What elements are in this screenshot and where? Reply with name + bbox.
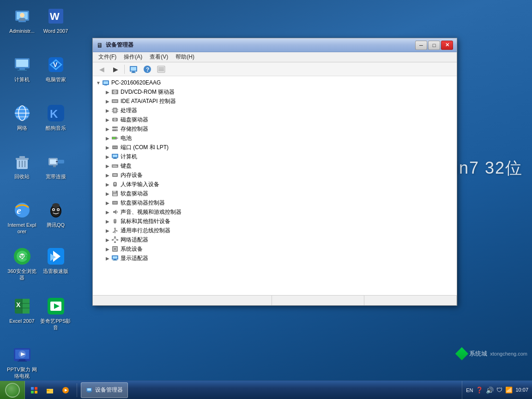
network-label: 网络 bbox=[17, 125, 27, 131]
close-button[interactable]: ✕ bbox=[441, 41, 453, 50]
menu-file[interactable]: 文件(F) bbox=[95, 52, 120, 62]
menu-action[interactable]: 操作(A) bbox=[120, 52, 146, 62]
toolbar-forward[interactable]: ▶ bbox=[109, 64, 121, 75]
toolbar-computer[interactable] bbox=[127, 64, 139, 75]
tree-battery[interactable]: ▶ 电池 bbox=[93, 133, 457, 143]
tree-cpu[interactable]: ▶ 处理器 bbox=[93, 106, 457, 115]
toolbar-list[interactable] bbox=[155, 64, 167, 75]
ie-label: Internet Explorer bbox=[6, 222, 37, 235]
minimize-button[interactable]: ─ bbox=[415, 41, 427, 50]
desktop-icon-network[interactable]: 网络 bbox=[5, 102, 39, 133]
desktop-icon-kugou[interactable]: K 酷狗音乐 bbox=[38, 102, 73, 133]
desktop-icon-computer[interactable]: 计算机 bbox=[5, 53, 39, 85]
tree-computer[interactable]: ▶ 计算机 bbox=[93, 152, 457, 161]
network-icon bbox=[12, 103, 32, 123]
desktop-icon-qq[interactable]: 腾讯QQ bbox=[38, 199, 73, 230]
quick-launch-windows[interactable] bbox=[27, 382, 42, 398]
quick-launch-explorer[interactable] bbox=[42, 382, 57, 398]
tree-icon-floppy-ctrl bbox=[111, 199, 119, 206]
tree-mouse[interactable]: ▶ 鼠标和其他指针设备 bbox=[93, 217, 457, 226]
maximize-button[interactable]: □ bbox=[428, 41, 440, 50]
svg-rect-65 bbox=[131, 67, 136, 71]
tree-label-display: 显示适配器 bbox=[121, 254, 148, 262]
tray-network-icon2[interactable]: 📶 bbox=[505, 387, 513, 393]
window-titlebar: 🖥 设备管理器 ─ □ ✕ bbox=[93, 38, 457, 52]
taskbar-item-devmgr[interactable]: 设备管理器 bbox=[81, 382, 128, 398]
tree-expander-battery: ▶ bbox=[104, 134, 111, 142]
tree-floppy[interactable]: ▶ 软盘驱动器 bbox=[93, 189, 457, 198]
tree-dvd[interactable]: ▶ DVD/CD-ROM 驱动器 bbox=[93, 87, 457, 97]
svg-rect-32 bbox=[53, 165, 56, 167]
tree-icon-computer bbox=[111, 153, 119, 160]
desktop-icon-broadband[interactable]: 宽带连接 bbox=[38, 150, 73, 181]
tray-lang[interactable]: EN bbox=[466, 387, 473, 393]
svg-text:X: X bbox=[16, 301, 21, 308]
tree-expander-floppy-ctrl: ▶ bbox=[104, 199, 111, 206]
tree-icon-battery bbox=[111, 134, 119, 142]
broadband-icon bbox=[46, 152, 66, 171]
brand-diamond bbox=[455, 347, 468, 360]
svg-point-136 bbox=[116, 230, 118, 232]
menu-help[interactable]: 帮助(H) bbox=[172, 52, 198, 62]
tree-icon-keyboard bbox=[111, 162, 119, 169]
svg-rect-163 bbox=[87, 388, 91, 391]
start-button[interactable] bbox=[0, 381, 25, 399]
tree-memory[interactable]: ▶ 内存设备 bbox=[93, 170, 457, 180]
desktop-icon-word2007[interactable]: W Word 2007 bbox=[38, 5, 73, 36]
tree-expander-com: ▶ bbox=[104, 144, 111, 151]
desktop-icon-excel2007[interactable]: X Excel 2007 bbox=[5, 295, 39, 326]
tray-volume-icon[interactable]: 🔊 bbox=[486, 387, 494, 394]
tree-display[interactable]: ▶ 显示适配器 bbox=[93, 254, 457, 263]
tray-security-icon[interactable]: 🛡 bbox=[496, 387, 502, 393]
tree-floppy-ctrl[interactable]: ▶ 软盘驱动器控制器 bbox=[93, 198, 457, 207]
menu-view[interactable]: 查看(V) bbox=[146, 52, 172, 62]
desktop-icon-pptv[interactable]: PPTV聚力 网络电视 bbox=[5, 343, 39, 381]
desktop-icon-xunlei[interactable]: 迅雷极速版 bbox=[38, 245, 73, 276]
tree-icon-network bbox=[111, 236, 119, 243]
toolbar-back[interactable]: ◀ bbox=[96, 64, 108, 75]
device-tree[interactable]: ▼ PC-20160620EAAG ▶ bbox=[93, 76, 457, 295]
desktop-icon-ie[interactable]: e Internet Explorer bbox=[5, 199, 39, 237]
svg-point-3 bbox=[20, 13, 24, 18]
desktop-icon-aiqiyi[interactable]: 姜奇艺PPS影音 bbox=[38, 295, 73, 333]
desktop-icon-recycle[interactable]: 回收站 bbox=[5, 150, 39, 181]
svg-point-39 bbox=[53, 209, 54, 211]
svg-rect-124 bbox=[113, 191, 116, 193]
desktop: Administr... W Word 2007 计算机 bbox=[0, 0, 532, 381]
tree-expander-hid: ▶ bbox=[104, 181, 111, 188]
tree-expander-root: ▼ bbox=[95, 79, 102, 86]
statusbar-main bbox=[93, 296, 272, 305]
tree-icon-hid bbox=[111, 181, 119, 188]
tree-expander-network: ▶ bbox=[104, 236, 111, 243]
tray-clock[interactable]: 10:07 bbox=[515, 387, 528, 393]
desktop-icon-360browser[interactable]: 360 360安全浏览器 bbox=[5, 245, 39, 283]
tree-com[interactable]: ▶ 端口 (COM 和 LPT) bbox=[93, 143, 457, 152]
tree-ide[interactable]: ▶ IDE ATA/ATAPI 控制器 bbox=[93, 97, 457, 106]
desktop-icon-administrator[interactable]: Administr... bbox=[5, 5, 39, 36]
tree-keyboard[interactable]: ▶ 键盘 bbox=[93, 161, 457, 170]
toolbar-help[interactable]: ? bbox=[141, 64, 153, 75]
tree-expander-mouse: ▶ bbox=[104, 218, 111, 225]
desktop-icon-pcmanager[interactable]: V 电脑管家 bbox=[38, 53, 73, 85]
tree-disk[interactable]: ▶ 磁盘驱动器 bbox=[93, 115, 457, 124]
svg-text:?: ? bbox=[146, 66, 149, 73]
svg-rect-131 bbox=[115, 220, 115, 221]
tree-system[interactable]: ▶ 系统设备 bbox=[93, 244, 457, 254]
svg-rect-4 bbox=[19, 18, 25, 21]
svg-rect-83 bbox=[114, 109, 116, 112]
xunlei-label: 迅雷极速版 bbox=[43, 268, 68, 274]
quick-launch-media[interactable] bbox=[58, 382, 73, 398]
tree-storage[interactable]: ▶ 存储控制器 bbox=[93, 124, 457, 133]
tree-sound[interactable]: ▶ 声音、视频和游戏控制器 bbox=[93, 207, 457, 217]
360browser-icon: 360 bbox=[12, 247, 32, 266]
tray-help-icon[interactable]: ❓ bbox=[476, 387, 483, 393]
tree-hid[interactable]: ▶ 人体学输入设备 bbox=[93, 180, 457, 189]
tree-label-battery: 电池 bbox=[121, 134, 132, 142]
tree-usb[interactable]: ▶ 通用串行总线控制器 bbox=[93, 226, 457, 235]
taskbar-items: 设备管理器 bbox=[79, 381, 462, 399]
tree-icon-sound bbox=[111, 208, 119, 216]
tree-network[interactable]: ▶ 网络适配器 bbox=[93, 235, 457, 244]
svg-rect-75 bbox=[103, 81, 108, 84]
tree-root[interactable]: ▼ PC-20160620EAAG bbox=[93, 78, 457, 87]
tree-expander-disk: ▶ bbox=[104, 116, 111, 123]
